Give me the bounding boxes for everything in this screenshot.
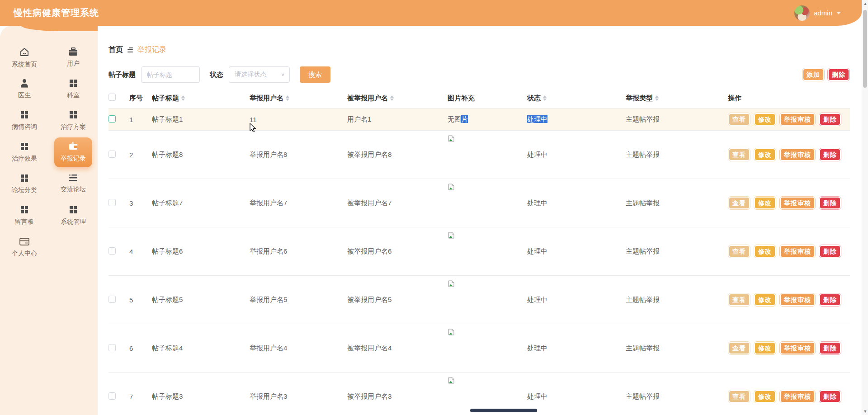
review-button[interactable]: 举报审核 bbox=[779, 113, 816, 126]
delete-row-button[interactable]: 删除 bbox=[819, 390, 841, 403]
delete-row-button[interactable]: 删除 bbox=[819, 196, 841, 210]
breadcrumb-home[interactable]: 首页 bbox=[108, 45, 123, 55]
delete-row-button[interactable]: 删除 bbox=[819, 245, 841, 258]
view-button[interactable]: 查看 bbox=[728, 196, 750, 210]
edit-button[interactable]: 修改 bbox=[754, 113, 776, 126]
delete-row-button[interactable]: 删除 bbox=[819, 148, 841, 161]
user-menu[interactable]: admin bbox=[794, 0, 841, 26]
button-label: 删除 bbox=[820, 246, 840, 257]
cell-reporter: 举报用户名7 bbox=[250, 199, 287, 207]
delete-row-button[interactable]: 删除 bbox=[819, 113, 841, 126]
edit-button[interactable]: 修改 bbox=[754, 245, 776, 258]
sidebar-item-11[interactable]: 留言板 bbox=[0, 205, 49, 226]
sidebar-item-1[interactable]: 系统首页 bbox=[0, 47, 49, 68]
sidebar-item-3[interactable]: 医生 bbox=[0, 78, 49, 100]
horizontal-scrollbar-thumb[interactable] bbox=[470, 409, 537, 412]
view-button[interactable]: 查看 bbox=[728, 148, 750, 161]
edit-button[interactable]: 修改 bbox=[754, 293, 776, 307]
sidebar-item-2[interactable]: 用户 bbox=[49, 47, 98, 68]
sidebar-item-label: 治疗效果 bbox=[12, 155, 37, 163]
edit-button[interactable]: 修改 bbox=[754, 341, 776, 355]
view-button[interactable]: 查看 bbox=[728, 113, 750, 126]
review-button[interactable]: 举报审核 bbox=[779, 341, 816, 355]
review-button[interactable]: 举报审核 bbox=[779, 245, 816, 258]
avatar[interactable] bbox=[794, 5, 810, 21]
select-all-checkbox[interactable] bbox=[108, 94, 116, 101]
button-label: 修改 bbox=[755, 294, 775, 305]
edit-button[interactable]: 修改 bbox=[754, 148, 776, 161]
delete-row-button[interactable]: 删除 bbox=[819, 341, 841, 355]
sidebar-item-5[interactable]: 病情咨询 bbox=[0, 110, 49, 132]
status-select-placeholder: 请选择状态 bbox=[235, 71, 266, 79]
cell-reported: 被举报用户名6 bbox=[347, 247, 392, 255]
view-button[interactable]: 查看 bbox=[728, 293, 750, 307]
cell-reported: 用户名1 bbox=[347, 115, 371, 123]
button-label: 举报审核 bbox=[781, 343, 814, 354]
sort-icon[interactable] bbox=[286, 95, 289, 101]
row-checkbox[interactable] bbox=[108, 344, 116, 351]
sidebar-item-12[interactable]: 系统管理 bbox=[49, 205, 98, 226]
sidebar-item-7[interactable]: 治疗效果 bbox=[0, 141, 49, 163]
breadcrumb-separator-icon bbox=[127, 47, 133, 52]
button-label: 举报审核 bbox=[781, 294, 814, 305]
row-checkbox[interactable] bbox=[108, 115, 116, 123]
briefcase-icon bbox=[68, 47, 79, 57]
cell-reporter: 举报用户名4 bbox=[250, 344, 287, 352]
sort-icon[interactable] bbox=[390, 95, 394, 101]
table-body: 1帖子标题111用户名1无图片处理中主题帖举报查看修改举报审核删除2帖子标题8举… bbox=[108, 108, 850, 415]
cell-index: 5 bbox=[129, 296, 133, 304]
row-checkbox[interactable] bbox=[108, 247, 116, 255]
main-content: 首页 举报记录 帖子标题 状态 请选择状态 ∨ 搜索 添加 删除 bbox=[98, 26, 862, 415]
status-label: 状态 bbox=[210, 71, 223, 79]
cell-title: 帖子标题6 bbox=[152, 247, 183, 255]
review-button[interactable]: 举报审核 bbox=[779, 148, 816, 161]
sidebar-item-10[interactable]: 交流论坛 bbox=[49, 173, 98, 195]
row-checkbox[interactable] bbox=[108, 199, 116, 206]
sidebar-item-9[interactable]: 论坛分类 bbox=[0, 173, 49, 195]
sidebar-item-6[interactable]: 治疗方案 bbox=[49, 110, 98, 132]
view-button[interactable]: 查看 bbox=[728, 341, 750, 355]
sidebar-item-13[interactable]: 个人中心 bbox=[0, 236, 49, 258]
post-title-input[interactable] bbox=[141, 66, 200, 83]
sort-icon[interactable] bbox=[543, 95, 547, 101]
search-button[interactable]: 搜索 bbox=[300, 66, 330, 83]
view-button[interactable]: 查看 bbox=[728, 390, 750, 403]
view-button[interactable]: 查看 bbox=[728, 245, 750, 258]
vertical-scrollbar[interactable]: ▲ ▼ bbox=[862, 0, 868, 415]
sort-icon[interactable] bbox=[655, 95, 659, 101]
edit-button[interactable]: 修改 bbox=[754, 390, 776, 403]
delete-button[interactable]: 删除 bbox=[827, 68, 850, 81]
cell-status: 处理中 bbox=[527, 296, 547, 303]
row-checkbox[interactable] bbox=[108, 151, 116, 158]
chevron-down-icon: ∨ bbox=[281, 72, 285, 77]
cell-reporter: 11 bbox=[250, 116, 257, 123]
row-checkbox[interactable] bbox=[108, 296, 116, 303]
review-button[interactable]: 举报审核 bbox=[779, 196, 816, 210]
button-label: 删除 bbox=[820, 198, 840, 208]
sidebar-item-8[interactable]: 举报记录 bbox=[54, 137, 92, 167]
button-label: 举报审核 bbox=[781, 246, 814, 257]
button-label: 举报审核 bbox=[781, 114, 814, 125]
button-label: 查看 bbox=[729, 343, 749, 354]
page: 慢性病健康管理系统 admin 系统首页用户医生科室病情咨询治疗方案治疗效果举报… bbox=[0, 0, 868, 415]
row-checkbox[interactable] bbox=[108, 392, 116, 400]
scroll-down-icon[interactable]: ▼ bbox=[862, 408, 868, 415]
cell-title: 帖子标题4 bbox=[152, 344, 183, 352]
cell-type: 主题帖举报 bbox=[626, 199, 660, 207]
status-select[interactable]: 请选择状态 ∨ bbox=[229, 66, 290, 83]
review-button[interactable]: 举报审核 bbox=[779, 293, 816, 307]
cell-status: 处理中 bbox=[527, 151, 547, 158]
vertical-scrollbar-thumb[interactable] bbox=[863, 10, 867, 88]
cell-reported: 被举报用户名8 bbox=[347, 151, 392, 158]
table-row: 5帖子标题5举报用户名5被举报用户名5处理中主题帖举报查看修改举报审核删除 bbox=[108, 276, 850, 324]
button-label: 删除 bbox=[820, 149, 840, 160]
review-button[interactable]: 举报审核 bbox=[779, 390, 816, 403]
add-button[interactable]: 添加 bbox=[802, 68, 825, 81]
app-header: 慢性病健康管理系统 admin bbox=[0, 0, 862, 26]
delete-row-button[interactable]: 删除 bbox=[819, 293, 841, 307]
sidebar-item-4[interactable]: 科室 bbox=[49, 78, 98, 100]
edit-button[interactable]: 修改 bbox=[754, 196, 776, 210]
scroll-up-icon[interactable]: ▲ bbox=[862, 0, 868, 7]
cell-type: 主题帖举报 bbox=[626, 392, 660, 400]
sort-icon[interactable] bbox=[181, 95, 185, 101]
